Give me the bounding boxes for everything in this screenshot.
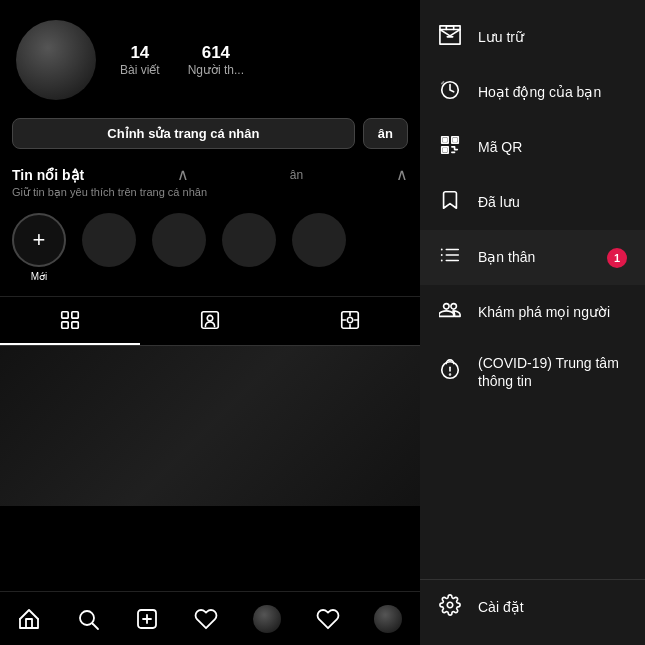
highlights-subtitle: Giữ tin bạn yêu thích trên trang cá nhân [12, 186, 408, 199]
tabs-row [0, 296, 420, 346]
bottom-nav [0, 591, 420, 645]
nav-home[interactable] [17, 607, 41, 631]
highlight-1[interactable] [82, 213, 136, 282]
heart-icon [194, 607, 218, 631]
settings-icon [438, 594, 462, 621]
svg-point-7 [347, 317, 353, 323]
close-friends-icon [438, 244, 462, 271]
menu-item-luu-tru[interactable]: Lưu trữ [420, 10, 645, 65]
menu-item-ma-qr[interactable]: Mã QR [420, 120, 645, 175]
ma-qr-label: Mã QR [478, 138, 627, 156]
discover-people-icon [438, 299, 462, 326]
person-tag-icon [199, 309, 221, 331]
settings-label: Cài đặt [478, 598, 627, 616]
share-profile-button[interactable]: ân [363, 118, 408, 149]
tab-reel-tag[interactable] [280, 297, 420, 345]
highlights-circles: + Mới [12, 209, 408, 292]
menu-item-hoat-dong[interactable]: Hoạt động của bạn [420, 65, 645, 120]
activity-icon [438, 79, 462, 106]
nav-search[interactable] [76, 607, 100, 631]
hoat-dong-label: Hoạt động của bạn [478, 83, 627, 101]
highlight-circle-3[interactable] [222, 213, 276, 267]
covid-label: (COVID-19) Trung tâm thông tin [478, 354, 627, 390]
profile-header: 14 Bài viết 614 Người th... [0, 0, 420, 110]
luu-tru-label: Lưu trữ [478, 28, 627, 46]
followers-label: Người th... [188, 63, 244, 77]
svg-rect-1 [72, 312, 78, 318]
chevron-up-icon: ∧ [177, 165, 189, 184]
nav-heart-2[interactable] [316, 607, 340, 631]
tab-person-tag[interactable] [140, 297, 280, 345]
right-panel: Lưu trữ Hoạt động của bạn Mã QR [420, 0, 645, 645]
highlight-3[interactable] [222, 213, 276, 282]
svg-rect-3 [72, 322, 78, 328]
svg-point-27 [450, 374, 451, 375]
highlight-new-label: Mới [31, 271, 48, 282]
qr-icon [438, 134, 462, 161]
avatar [16, 20, 96, 100]
svg-rect-19 [444, 149, 447, 152]
svg-point-5 [207, 315, 213, 321]
reel-tag-icon [339, 309, 361, 331]
highlight-4[interactable] [292, 213, 346, 282]
menu-item-ban-than[interactable]: Bạn thân 1 [420, 230, 645, 285]
highlights-subtitle-side: ân [290, 168, 303, 182]
add-icon [135, 607, 159, 631]
posts-stat: 14 Bài viết [120, 43, 160, 77]
highlights-title-row: Tin nổi bật ∧ ân ∧ [12, 165, 408, 184]
nav-add[interactable] [135, 607, 159, 631]
home-icon [17, 607, 41, 631]
search-icon [76, 607, 100, 631]
grid-icon [59, 309, 81, 331]
svg-rect-4 [202, 312, 219, 329]
highlight-2[interactable] [152, 213, 206, 282]
menu-item-da-luu[interactable]: Đã lưu [420, 175, 645, 230]
nav-avatar-2 [374, 605, 402, 633]
menu-item-covid[interactable]: (COVID-19) Trung tâm thông tin [420, 340, 645, 404]
highlights-title: Tin nổi bật [12, 167, 84, 183]
posts-label: Bài viết [120, 63, 160, 77]
nav-profile[interactable] [253, 605, 281, 633]
archive-icon [438, 24, 462, 51]
highlight-new[interactable]: + Mới [12, 213, 66, 282]
heart-icon-2 [316, 607, 340, 631]
svg-point-28 [447, 602, 453, 608]
highlight-circle-4[interactable] [292, 213, 346, 267]
followers-stat: 614 Người th... [188, 43, 244, 77]
left-panel: 14 Bài viết 614 Người th... Chỉnh sửa tr… [0, 0, 420, 645]
photo-grid[interactable] [0, 346, 420, 506]
nav-heart[interactable] [194, 607, 218, 631]
highlight-circle-1[interactable] [82, 213, 136, 267]
nav-profile-2[interactable] [374, 605, 402, 633]
action-buttons: Chỉnh sửa trang cá nhân ân [0, 110, 420, 157]
followers-count: 614 [202, 43, 230, 63]
svg-rect-18 [454, 139, 457, 142]
kham-pha-label: Khám phá mọi người [478, 303, 627, 321]
highlight-add-circle[interactable]: + [12, 213, 66, 267]
nav-avatar [253, 605, 281, 633]
menu-spacer [420, 404, 645, 579]
svg-rect-17 [444, 139, 447, 142]
menu-item-kham-pha[interactable]: Khám phá mọi người [420, 285, 645, 340]
highlight-circle-2[interactable] [152, 213, 206, 267]
svg-rect-2 [62, 322, 68, 328]
ban-than-badge: 1 [607, 248, 627, 268]
stats-row: 14 Bài viết 614 Người th... [120, 43, 244, 77]
edit-profile-button[interactable]: Chỉnh sửa trang cá nhân [12, 118, 355, 149]
svg-rect-0 [62, 312, 68, 318]
highlights-section: Tin nổi bật ∧ ân ∧ Giữ tin bạn yêu thích… [0, 157, 420, 296]
ban-than-label: Bạn thân [478, 248, 591, 266]
tab-grid[interactable] [0, 297, 140, 345]
posts-count: 14 [130, 43, 149, 63]
da-luu-label: Đã lưu [478, 193, 627, 211]
svg-line-9 [93, 623, 99, 629]
chevron-up-icon-2: ∧ [396, 165, 408, 184]
covid-icon [438, 359, 462, 386]
bookmark-icon [438, 189, 462, 216]
menu-item-settings[interactable]: Cài đặt [420, 579, 645, 635]
